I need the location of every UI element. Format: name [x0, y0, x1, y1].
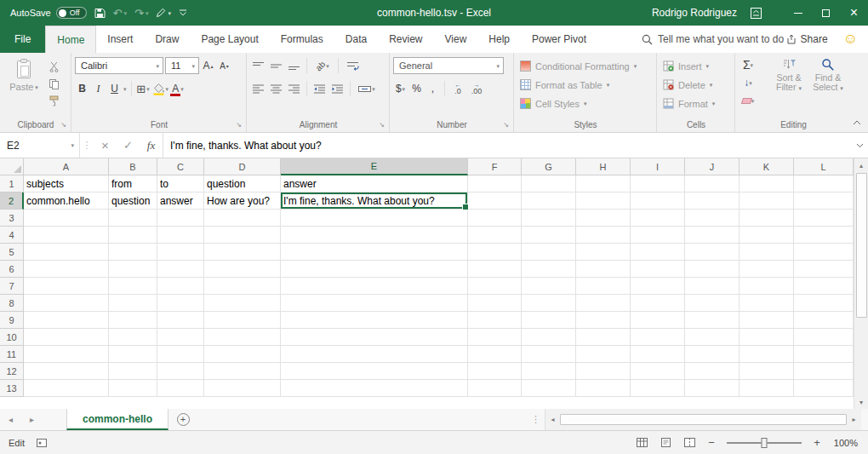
tell-me-search[interactable]: Tell me what you want to do [642, 26, 784, 53]
cell-A3[interactable] [24, 210, 109, 227]
cell-H4[interactable] [576, 227, 631, 244]
cell-K12[interactable] [740, 363, 794, 380]
zoom-in-button[interactable]: + [811, 436, 823, 449]
cell-A11[interactable] [24, 346, 109, 363]
format-painter-button[interactable] [44, 94, 63, 107]
cell-B2[interactable]: question [109, 193, 157, 210]
cell-F11[interactable] [468, 346, 522, 363]
normal-view-button[interactable] [634, 435, 650, 450]
row-header-6[interactable]: 6 [0, 261, 24, 278]
cell-A10[interactable] [24, 329, 109, 346]
cell-G5[interactable] [522, 244, 576, 261]
scroll-right-icon[interactable] [847, 416, 861, 423]
expand-formula-bar-button[interactable] [851, 133, 868, 158]
italic-button[interactable]: I [91, 80, 106, 97]
cell-I11[interactable] [631, 346, 685, 363]
cell-E13[interactable] [281, 380, 468, 397]
number-dialog-launcher[interactable] [501, 120, 511, 129]
cell-F6[interactable] [468, 261, 522, 278]
cell-K1[interactable] [740, 175, 794, 193]
find-select-button[interactable]: Find & Select [808, 55, 848, 92]
cell-F9[interactable] [468, 312, 522, 329]
cell-E5[interactable] [281, 244, 468, 261]
cell-J3[interactable] [685, 210, 740, 227]
middle-align-button[interactable] [268, 57, 284, 74]
vertical-scrollbar-thumb[interactable] [856, 173, 867, 318]
horizontal-scrollbar[interactable] [545, 409, 861, 430]
cell-L7[interactable] [794, 278, 854, 295]
page-layout-view-button[interactable] [658, 435, 674, 450]
cell-C4[interactable] [157, 227, 204, 244]
cell-E10[interactable] [281, 329, 468, 346]
cell-G4[interactable] [522, 227, 576, 244]
cell-H9[interactable] [576, 312, 631, 329]
draw-touch-button[interactable] [156, 8, 171, 18]
cell-F7[interactable] [468, 278, 522, 295]
cell-C7[interactable] [157, 278, 204, 295]
cell-B12[interactable] [109, 363, 157, 380]
zoom-slider-thumb[interactable] [762, 438, 768, 448]
cell-I1[interactable] [631, 175, 685, 193]
cell-K9[interactable] [740, 312, 794, 329]
decrease-decimal-button[interactable]: →.00 [468, 82, 485, 95]
column-header-L[interactable]: L [794, 158, 854, 175]
bottom-align-button[interactable] [286, 57, 302, 74]
tab-scroll-splitter[interactable] [527, 409, 545, 430]
cell-styles-button[interactable]: Cell Styles [517, 95, 654, 112]
cell-C8[interactable] [157, 295, 204, 312]
cell-J13[interactable] [685, 380, 740, 397]
cell-A6[interactable] [24, 261, 109, 278]
fill-button[interactable]: ↓ [739, 76, 757, 89]
zoom-slider[interactable] [727, 442, 802, 444]
borders-button[interactable] [136, 80, 151, 97]
cell-K8[interactable] [740, 295, 794, 312]
copy-button[interactable] [44, 77, 63, 90]
save-button[interactable] [94, 8, 106, 19]
cell-J4[interactable] [685, 227, 740, 244]
formula-input[interactable]: I'm fine, thanks. What about you? [163, 133, 851, 158]
orientation-button[interactable]: ab [311, 57, 334, 74]
cell-D12[interactable] [204, 363, 281, 380]
cell-D3[interactable] [204, 210, 281, 227]
cell-H8[interactable] [576, 295, 631, 312]
row-header-4[interactable]: 4 [0, 227, 24, 244]
undo-button[interactable]: ↶ [113, 8, 127, 19]
cell-F2[interactable] [468, 193, 522, 210]
cell-E11[interactable] [281, 346, 468, 363]
minimize-button[interactable] [784, 0, 812, 26]
column-header-D[interactable]: D [204, 158, 281, 175]
tab-power-pivot[interactable]: Power Pivot [521, 26, 597, 53]
cell-L11[interactable] [794, 346, 854, 363]
center-button[interactable] [268, 80, 284, 97]
cell-H1[interactable] [576, 175, 631, 193]
cell-F8[interactable] [468, 295, 522, 312]
cell-K5[interactable] [740, 244, 794, 261]
cell-A4[interactable] [24, 227, 109, 244]
cell-D4[interactable] [204, 227, 281, 244]
feedback-smiley-icon[interactable] [843, 26, 858, 53]
underline-dropdown-icon[interactable] [123, 86, 127, 92]
cell-I7[interactable] [631, 278, 685, 295]
cell-C12[interactable] [157, 363, 204, 380]
tab-file[interactable]: File [0, 26, 45, 53]
cell-L6[interactable] [794, 261, 854, 278]
cell-B9[interactable] [109, 312, 157, 329]
redo-button[interactable]: ↷ [134, 8, 148, 19]
cell-B6[interactable] [109, 261, 157, 278]
font-color-button[interactable]: A [170, 80, 185, 97]
cell-L5[interactable] [794, 244, 854, 261]
cell-B7[interactable] [109, 278, 157, 295]
cell-K6[interactable] [740, 261, 794, 278]
tab-insert[interactable]: Insert [96, 26, 144, 53]
cell-J6[interactable] [685, 261, 740, 278]
cell-A7[interactable] [24, 278, 109, 295]
cell-I13[interactable] [631, 380, 685, 397]
cell-C13[interactable] [157, 380, 204, 397]
scroll-down-icon[interactable] [854, 395, 868, 409]
format-cells-button[interactable]: Format [660, 95, 732, 112]
row-header-9[interactable]: 9 [0, 312, 24, 329]
cell-A12[interactable] [24, 363, 109, 380]
cell-G3[interactable] [522, 210, 576, 227]
cell-G9[interactable] [522, 312, 576, 329]
cancel-button[interactable] [94, 133, 117, 158]
